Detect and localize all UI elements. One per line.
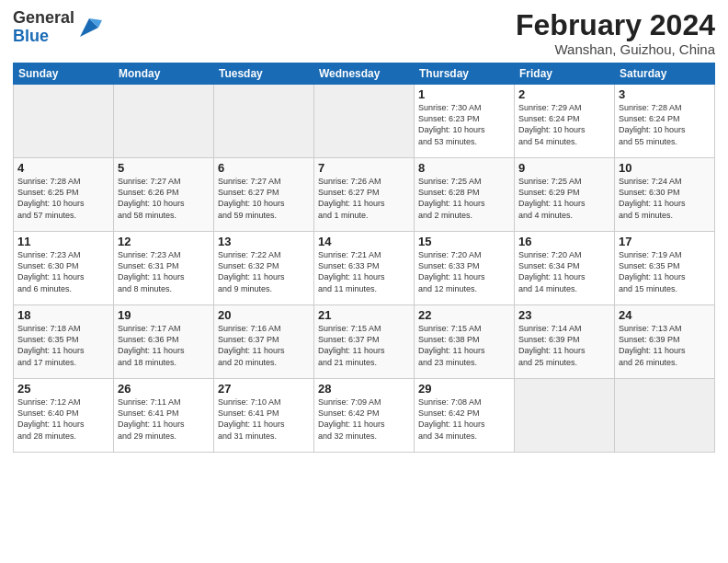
calendar-cell xyxy=(214,85,314,158)
day-number: 14 xyxy=(318,235,410,248)
calendar-cell: 16Sunrise: 7:20 AM Sunset: 6:34 PM Dayli… xyxy=(515,232,615,305)
day-number: 18 xyxy=(17,308,109,322)
day-number: 2 xyxy=(518,87,610,101)
calendar-cell: 21Sunrise: 7:15 AM Sunset: 6:37 PM Dayli… xyxy=(314,305,415,379)
day-number: 25 xyxy=(17,382,109,396)
weekday-sunday: Sunday xyxy=(14,63,114,85)
weekday-tuesday: Tuesday xyxy=(214,63,314,85)
logo: General Blue xyxy=(13,9,102,46)
day-number: 20 xyxy=(218,308,310,322)
day-info: Sunrise: 7:14 AM Sunset: 6:39 PM Dayligh… xyxy=(518,323,610,368)
day-info: Sunrise: 7:22 AM Sunset: 6:32 PM Dayligh… xyxy=(218,249,310,294)
day-info: Sunrise: 7:27 AM Sunset: 6:26 PM Dayligh… xyxy=(118,176,210,221)
day-number: 13 xyxy=(218,235,310,248)
calendar-cell: 1Sunrise: 7:30 AM Sunset: 6:23 PM Daylig… xyxy=(415,85,515,158)
day-info: Sunrise: 7:25 AM Sunset: 6:29 PM Dayligh… xyxy=(518,176,610,221)
day-number: 22 xyxy=(418,308,510,322)
day-number: 8 xyxy=(418,161,510,175)
day-number: 3 xyxy=(619,87,711,101)
calendar-cell xyxy=(615,379,715,453)
calendar-cell: 25Sunrise: 7:12 AM Sunset: 6:40 PM Dayli… xyxy=(14,379,114,453)
day-number: 7 xyxy=(318,161,410,175)
day-info: Sunrise: 7:20 AM Sunset: 6:33 PM Dayligh… xyxy=(418,249,510,294)
day-info: Sunrise: 7:09 AM Sunset: 6:42 PM Dayligh… xyxy=(318,396,410,442)
day-number: 27 xyxy=(218,382,310,396)
day-info: Sunrise: 7:18 AM Sunset: 6:35 PM Dayligh… xyxy=(17,323,109,368)
day-info: Sunrise: 7:12 AM Sunset: 6:40 PM Dayligh… xyxy=(17,396,109,442)
day-info: Sunrise: 7:19 AM Sunset: 6:35 PM Dayligh… xyxy=(619,249,711,294)
day-info: Sunrise: 7:17 AM Sunset: 6:36 PM Dayligh… xyxy=(118,323,210,368)
calendar-cell: 14Sunrise: 7:21 AM Sunset: 6:33 PM Dayli… xyxy=(314,232,415,305)
day-info: Sunrise: 7:26 AM Sunset: 6:27 PM Dayligh… xyxy=(318,176,410,221)
day-number: 11 xyxy=(17,235,109,248)
calendar-cell: 13Sunrise: 7:22 AM Sunset: 6:32 PM Dayli… xyxy=(214,232,314,305)
calendar-cell xyxy=(114,85,214,158)
day-number: 19 xyxy=(118,308,210,322)
calendar-cell: 11Sunrise: 7:23 AM Sunset: 6:30 PM Dayli… xyxy=(14,232,114,305)
title-block: February 2024 Wanshan, Guizhou, China xyxy=(516,9,715,57)
calendar-cell: 15Sunrise: 7:20 AM Sunset: 6:33 PM Dayli… xyxy=(415,232,515,305)
calendar-cell: 24Sunrise: 7:13 AM Sunset: 6:39 PM Dayli… xyxy=(615,305,715,379)
day-info: Sunrise: 7:23 AM Sunset: 6:30 PM Dayligh… xyxy=(17,249,109,294)
day-number: 6 xyxy=(218,161,310,175)
calendar-cell: 2Sunrise: 7:29 AM Sunset: 6:24 PM Daylig… xyxy=(515,85,615,158)
calendar-cell: 18Sunrise: 7:18 AM Sunset: 6:35 PM Dayli… xyxy=(14,305,114,379)
week-row-3: 11Sunrise: 7:23 AM Sunset: 6:30 PM Dayli… xyxy=(14,232,715,305)
week-row-5: 25Sunrise: 7:12 AM Sunset: 6:40 PM Dayli… xyxy=(14,379,715,453)
day-number: 15 xyxy=(418,235,510,248)
calendar-cell: 10Sunrise: 7:24 AM Sunset: 6:30 PM Dayli… xyxy=(615,158,715,232)
weekday-wednesday: Wednesday xyxy=(314,63,415,85)
logo-icon xyxy=(76,15,102,40)
calendar-cell: 26Sunrise: 7:11 AM Sunset: 6:41 PM Dayli… xyxy=(114,379,214,453)
weekday-saturday: Saturday xyxy=(615,63,715,85)
day-info: Sunrise: 7:30 AM Sunset: 6:23 PM Dayligh… xyxy=(418,102,510,147)
day-number: 10 xyxy=(619,161,711,175)
calendar-cell: 7Sunrise: 7:26 AM Sunset: 6:27 PM Daylig… xyxy=(314,158,415,232)
day-info: Sunrise: 7:13 AM Sunset: 6:39 PM Dayligh… xyxy=(619,323,711,368)
day-info: Sunrise: 7:16 AM Sunset: 6:37 PM Dayligh… xyxy=(218,323,310,368)
weekday-monday: Monday xyxy=(114,63,214,85)
day-number: 17 xyxy=(619,235,711,248)
day-info: Sunrise: 7:20 AM Sunset: 6:34 PM Dayligh… xyxy=(518,249,610,294)
calendar-cell xyxy=(14,85,114,158)
weekday-friday: Friday xyxy=(515,63,615,85)
calendar-cell: 4Sunrise: 7:28 AM Sunset: 6:25 PM Daylig… xyxy=(14,158,114,232)
calendar-cell: 12Sunrise: 7:23 AM Sunset: 6:31 PM Dayli… xyxy=(114,232,214,305)
calendar-cell: 9Sunrise: 7:25 AM Sunset: 6:29 PM Daylig… xyxy=(515,158,615,232)
day-info: Sunrise: 7:25 AM Sunset: 6:28 PM Dayligh… xyxy=(418,176,510,221)
weekday-thursday: Thursday xyxy=(415,63,515,85)
day-number: 4 xyxy=(17,161,109,175)
day-number: 28 xyxy=(318,382,410,396)
calendar-cell: 27Sunrise: 7:10 AM Sunset: 6:41 PM Dayli… xyxy=(214,379,314,453)
day-info: Sunrise: 7:28 AM Sunset: 6:24 PM Dayligh… xyxy=(619,102,711,147)
calendar-cell: 22Sunrise: 7:15 AM Sunset: 6:38 PM Dayli… xyxy=(415,305,515,379)
calendar-cell: 5Sunrise: 7:27 AM Sunset: 6:26 PM Daylig… xyxy=(114,158,214,232)
location: Wanshan, Guizhou, China xyxy=(516,41,715,57)
day-info: Sunrise: 7:21 AM Sunset: 6:33 PM Dayligh… xyxy=(318,249,410,294)
logo-general-text: General xyxy=(13,8,74,27)
day-number: 21 xyxy=(318,308,410,322)
week-row-1: 1Sunrise: 7:30 AM Sunset: 6:23 PM Daylig… xyxy=(14,85,715,158)
day-info: Sunrise: 7:29 AM Sunset: 6:24 PM Dayligh… xyxy=(518,102,610,147)
calendar-cell: 23Sunrise: 7:14 AM Sunset: 6:39 PM Dayli… xyxy=(515,305,615,379)
calendar-cell: 19Sunrise: 7:17 AM Sunset: 6:36 PM Dayli… xyxy=(114,305,214,379)
day-info: Sunrise: 7:15 AM Sunset: 6:38 PM Dayligh… xyxy=(418,323,510,368)
day-number: 9 xyxy=(518,161,610,175)
calendar-cell: 3Sunrise: 7:28 AM Sunset: 6:24 PM Daylig… xyxy=(615,85,715,158)
day-number: 29 xyxy=(418,382,510,396)
week-row-4: 18Sunrise: 7:18 AM Sunset: 6:35 PM Dayli… xyxy=(14,305,715,379)
calendar-cell xyxy=(314,85,415,158)
day-number: 5 xyxy=(118,161,210,175)
calendar-cell: 6Sunrise: 7:27 AM Sunset: 6:27 PM Daylig… xyxy=(214,158,314,232)
day-info: Sunrise: 7:27 AM Sunset: 6:27 PM Dayligh… xyxy=(218,176,310,221)
week-row-2: 4Sunrise: 7:28 AM Sunset: 6:25 PM Daylig… xyxy=(14,158,715,232)
header: General Blue February 2024 Wanshan, Guiz… xyxy=(13,9,715,57)
day-number: 23 xyxy=(518,308,610,322)
calendar-cell: 29Sunrise: 7:08 AM Sunset: 6:42 PM Dayli… xyxy=(415,379,515,453)
calendar-cell: 28Sunrise: 7:09 AM Sunset: 6:42 PM Dayli… xyxy=(314,379,415,453)
day-info: Sunrise: 7:23 AM Sunset: 6:31 PM Dayligh… xyxy=(118,249,210,294)
logo-blue-text: Blue xyxy=(13,27,49,45)
calendar-cell: 8Sunrise: 7:25 AM Sunset: 6:28 PM Daylig… xyxy=(415,158,515,232)
day-number: 1 xyxy=(418,87,510,101)
day-number: 16 xyxy=(518,235,610,248)
